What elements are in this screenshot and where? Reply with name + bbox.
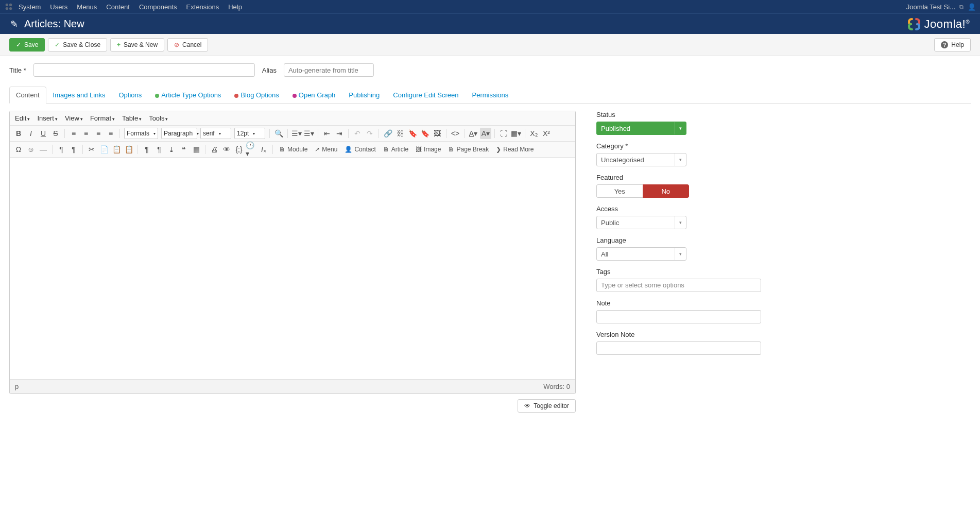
underline-button[interactable]: U <box>38 128 49 139</box>
insert-pagebreak-button[interactable]: 🗎Page Break <box>445 144 492 155</box>
print-button[interactable]: 🖨 <box>209 144 220 155</box>
paste-button[interactable]: 📋 <box>111 144 122 155</box>
insert-image-button[interactable]: 🖼Image <box>412 144 444 155</box>
indent-button[interactable]: ⇥ <box>334 128 345 139</box>
editor-menu-table[interactable]: Table▾ <box>122 114 142 122</box>
cancel-button[interactable]: ⊘Cancel <box>167 38 208 52</box>
paste-text-button[interactable]: 📋 <box>123 144 134 155</box>
unlink-button[interactable]: ⛓ <box>394 128 406 139</box>
version-note-input[interactable] <box>596 341 761 355</box>
status-select[interactable]: Published▾ <box>596 122 686 135</box>
fontsize-select[interactable]: 12pt▾ <box>234 128 265 139</box>
access-select[interactable]: Public▾ <box>596 216 686 229</box>
outdent-button[interactable]: ⇤ <box>321 128 333 139</box>
align-left-button[interactable]: ≡ <box>68 128 79 139</box>
toggle-editor-button[interactable]: 👁Toggle editor <box>518 399 576 413</box>
bgcolor-button[interactable]: A▾ <box>480 128 491 139</box>
copy-button[interactable]: 📄 <box>98 144 110 155</box>
nav-components[interactable]: Components <box>139 3 177 11</box>
hr-button[interactable]: — <box>38 144 49 155</box>
tab-configure-edit[interactable]: Configure Edit Screen <box>386 87 465 104</box>
italic-button[interactable]: I <box>25 128 37 139</box>
editor-menu-format[interactable]: Format▾ <box>90 114 115 122</box>
tab-options[interactable]: Options <box>112 87 148 104</box>
formats-select[interactable]: Formats▾ <box>124 128 158 139</box>
featured-no[interactable]: No <box>643 184 690 198</box>
bold-button[interactable]: B <box>13 128 24 139</box>
tab-publishing[interactable]: Publishing <box>342 87 386 104</box>
code-button[interactable]: <> <box>450 128 461 139</box>
editor-menu-tools[interactable]: Tools▾ <box>149 114 168 122</box>
blockquote-button[interactable]: ❝ <box>178 144 190 155</box>
editor-menu-view[interactable]: View▾ <box>65 114 83 122</box>
tab-article-type-options[interactable]: Article Type Options <box>148 87 228 104</box>
tab-content[interactable]: Content <box>9 87 46 104</box>
show-invisible-button[interactable]: ¶ <box>141 144 152 155</box>
save-close-button[interactable]: ✓Save & Close <box>48 38 107 52</box>
editor-content-area[interactable] <box>10 158 575 379</box>
bullet-list-button[interactable]: ☰▾ <box>291 128 302 139</box>
save-button[interactable]: ✓Save <box>9 38 45 52</box>
user-icon[interactable]: 👤 <box>968 3 976 11</box>
insert-module-button[interactable]: 🗎Module <box>276 144 311 155</box>
editor-menu-edit[interactable]: Edit▾ <box>15 114 30 122</box>
title-input[interactable] <box>33 63 255 77</box>
nav-users[interactable]: Users <box>50 3 67 11</box>
cut-button[interactable]: ✂ <box>86 144 97 155</box>
nav-system[interactable]: System <box>19 3 41 11</box>
nav-extensions[interactable]: Extensions <box>186 3 219 11</box>
insert-contact-button[interactable]: 👤Contact <box>341 144 379 155</box>
align-justify-button[interactable]: ≡ <box>105 128 116 139</box>
insert-menu-button[interactable]: ↗Menu <box>312 144 340 155</box>
paragraph-select[interactable]: Paragraph▾ <box>161 128 197 139</box>
find-replace-button[interactable]: 🔍 <box>273 128 284 139</box>
nav-help[interactable]: Help <box>228 3 242 11</box>
preview-button[interactable]: 👁 <box>221 144 232 155</box>
nonbreaking-button[interactable]: ⤓ <box>166 144 177 155</box>
save-new-button[interactable]: +Save & New <box>110 38 164 52</box>
clearformat-button[interactable]: Iₓ <box>258 144 269 155</box>
editor-menu-insert[interactable]: Insert▾ <box>37 114 58 122</box>
tab-open-graph[interactable]: Open Graph <box>286 87 342 104</box>
alias-input[interactable] <box>284 63 374 77</box>
redo-button[interactable]: ↷ <box>364 128 375 139</box>
nav-content[interactable]: Content <box>106 3 130 11</box>
tab-images-links[interactable]: Images and Links <box>46 87 112 104</box>
align-center-button[interactable]: ≡ <box>80 128 92 139</box>
superscript-button[interactable]: X² <box>541 128 552 139</box>
font-select[interactable]: serif▾ <box>200 128 231 139</box>
help-button[interactable]: ?Help <box>934 38 971 52</box>
datetime-button[interactable]: 🕐▾ <box>246 144 257 155</box>
specialchar-button[interactable]: Ω <box>13 144 24 155</box>
site-link[interactable]: Joomla Test Si... <box>906 3 955 11</box>
insert-article-button[interactable]: 🗎Article <box>380 144 411 155</box>
tab-permissions[interactable]: Permissions <box>466 87 515 104</box>
visualblocks-button[interactable]: ¶ <box>153 144 165 155</box>
tab-blog-options[interactable]: Blog Options <box>228 87 285 104</box>
textcolor-button[interactable]: A▾ <box>468 128 479 139</box>
category-select[interactable]: Uncategorised▾ <box>596 153 686 166</box>
tags-input[interactable]: Type or select some options <box>596 279 761 292</box>
language-select[interactable]: All▾ <box>596 247 686 261</box>
image-button[interactable]: 🖼 <box>432 128 443 139</box>
undo-button[interactable]: ↶ <box>352 128 363 139</box>
anchor-button[interactable]: 🔖 <box>407 128 418 139</box>
table-button[interactable]: ▦▾ <box>510 128 522 139</box>
template-button[interactable]: ▦ <box>191 144 202 155</box>
bookmark-button[interactable]: 🔖 <box>419 128 431 139</box>
insert-readmore-button[interactable]: ❯Read More <box>493 144 537 155</box>
nav-menus[interactable]: Menus <box>77 3 97 11</box>
editor-path[interactable]: p <box>15 383 19 390</box>
ltr-button[interactable]: ¶ <box>56 144 67 155</box>
link-button[interactable]: 🔗 <box>382 128 393 139</box>
subscript-button[interactable]: X₂ <box>528 128 540 139</box>
featured-yes[interactable]: Yes <box>596 184 643 198</box>
emoji-button[interactable]: ☺ <box>25 144 37 155</box>
codesample-button[interactable]: {;} <box>233 144 245 155</box>
align-right-button[interactable]: ≡ <box>93 128 104 139</box>
fullscreen-button[interactable]: ⛶ <box>498 128 509 139</box>
number-list-button[interactable]: ☰▾ <box>303 128 315 139</box>
note-input[interactable] <box>596 310 761 323</box>
rtl-button[interactable]: ¶ <box>68 144 79 155</box>
strikethrough-button[interactable]: S <box>50 128 61 139</box>
